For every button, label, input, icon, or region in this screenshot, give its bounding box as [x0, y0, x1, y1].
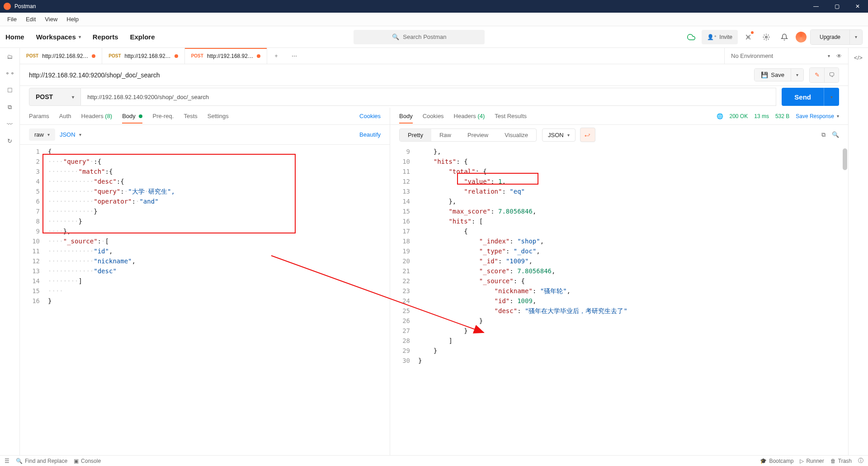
menu-edit[interactable]: Edit	[21, 14, 40, 24]
menu-file[interactable]: File	[3, 14, 21, 24]
tab-authorization[interactable]: Auth	[59, 109, 71, 123]
response-tab-headers[interactable]: Headers (4)	[454, 109, 485, 123]
upgrade-button[interactable]: Upgrade	[811, 30, 849, 44]
cookies-link[interactable]: Cookies	[359, 113, 381, 119]
sidebar-apis-icon[interactable]: ⚬⚬	[5, 70, 15, 77]
bootcamp-button[interactable]: 🎓 Bootcamp	[760, 458, 793, 464]
window-maximize-button[interactable]: ▢	[826, 0, 847, 13]
nav-workspaces[interactable]: Workspaces ▾	[36, 33, 81, 41]
sidebar-collections-icon[interactable]: 🗂	[7, 53, 13, 60]
edit-icon[interactable]: ✎	[810, 68, 824, 82]
find-replace-button[interactable]: 🔍 Find and Replace	[16, 458, 67, 464]
svg-point-0	[747, 36, 749, 38]
request-tab[interactable]: POST http://192.168.92…	[185, 48, 267, 64]
trash-label: Trash	[838, 458, 852, 464]
search-input[interactable]: 🔍 Search Postman	[354, 30, 485, 44]
app-title: Postman	[14, 3, 36, 10]
globe-icon[interactable]: 🌐	[717, 113, 723, 119]
request-tab[interactable]: POST http://192.168.92…	[102, 48, 184, 64]
chevron-down-icon: ▾	[79, 132, 81, 137]
tab-overflow-button[interactable]: ⋯	[285, 48, 303, 64]
tab-title: http://192.168.92…	[125, 53, 171, 59]
chevron-down-icon[interactable]: ▾	[828, 53, 830, 58]
line-gutter: 12345678910111213141516	[20, 145, 44, 455]
menu-view[interactable]: View	[40, 14, 62, 24]
menu-help[interactable]: Help	[62, 14, 83, 24]
response-tab-body[interactable]: Body	[399, 109, 413, 123]
line-gutter: 9101112131415161718192021222324252627282…	[390, 145, 415, 455]
beautify-button[interactable]: Beautify	[359, 131, 381, 138]
left-sidebar: 🗂 ⚬⚬ ☐ ⧉ 〰 ↻	[0, 48, 20, 455]
sidebar-toggle-icon[interactable]: ☰	[5, 458, 9, 464]
sidebar-monitors-icon[interactable]: 〰	[7, 121, 13, 128]
window-close-button[interactable]: ✕	[847, 0, 868, 13]
tab-params[interactable]: Params	[29, 109, 49, 123]
body-type-selector[interactable]: raw ▾	[29, 128, 55, 141]
invite-button[interactable]: 👤⁺ Invite	[702, 30, 738, 44]
request-tab[interactable]: POST http://192.168.92…	[20, 48, 102, 64]
body-lang-selector[interactable]: JSON ▾	[60, 131, 81, 138]
nav-reports[interactable]: Reports	[93, 33, 118, 41]
response-lang-selector[interactable]: JSON ▾	[542, 128, 576, 142]
chevron-down-icon: ▾	[79, 34, 81, 39]
graduation-cap-icon: 🎓	[760, 458, 767, 464]
method-value: POST	[36, 93, 53, 100]
response-view-preview[interactable]: Preview	[459, 129, 496, 141]
scrollbar-thumb[interactable]	[843, 148, 847, 170]
nav-workspaces-label: Workspaces	[36, 33, 76, 41]
method-label: POST	[191, 53, 203, 58]
wrap-toggle-icon[interactable]: ⮐	[580, 128, 595, 142]
user-avatar[interactable]	[795, 31, 807, 43]
console-button[interactable]: ▣ Console	[74, 458, 101, 464]
tab-headers[interactable]: Headers (8)	[81, 109, 113, 123]
nav-explore[interactable]: Explore	[130, 33, 155, 41]
trash-button[interactable]: 🗑 Trash	[830, 458, 852, 464]
response-status: 200 OK	[730, 113, 748, 119]
response-view-visualize[interactable]: Visualize	[496, 129, 536, 141]
tab-prerequest[interactable]: Pre-req.	[152, 109, 174, 123]
satellite-icon[interactable]	[741, 30, 756, 44]
save-response-button[interactable]: Save Response ▾	[796, 113, 839, 119]
url-input[interactable]: http://192.168.92.140:9200/shop/_doc/_se…	[81, 88, 776, 106]
status-bar: ☰ 🔍 Find and Replace ▣ Console 🎓 Bootcam…	[0, 455, 868, 466]
upgrade-dropdown[interactable]: ▾	[849, 30, 862, 44]
code-snippet-icon[interactable]: </>	[849, 48, 868, 67]
response-lang-label: JSON	[548, 132, 564, 138]
terminal-icon: ▣	[74, 458, 79, 464]
tab-body[interactable]: Body	[122, 109, 142, 123]
response-tab-tests[interactable]: Test Results	[495, 109, 527, 123]
save-dropdown[interactable]: ▾	[791, 69, 803, 81]
settings-gear-icon[interactable]	[759, 30, 774, 44]
tab-settings[interactable]: Settings	[208, 109, 229, 123]
upgrade-group: Upgrade ▾	[810, 29, 863, 45]
response-body-viewer[interactable]: 9101112131415161718192021222324252627282…	[390, 145, 848, 455]
request-title[interactable]: http://192.168.92.140:9200/shop/_doc/_se…	[29, 71, 749, 79]
response-view-pretty[interactable]: Pretty	[400, 129, 431, 141]
window-minimize-button[interactable]: —	[806, 0, 826, 13]
environment-quick-look-icon[interactable]: 👁	[836, 53, 842, 59]
environment-selector[interactable]: No Environment	[731, 52, 821, 59]
new-tab-button[interactable]: ＋	[267, 48, 285, 64]
search-response-icon[interactable]: 🔍	[832, 131, 839, 138]
nav-home[interactable]: Home	[5, 33, 24, 41]
chevron-down-icon: ▾	[837, 114, 839, 119]
tab-tests[interactable]: Tests	[184, 109, 197, 123]
save-button[interactable]: 💾 Save	[755, 69, 791, 81]
sync-icon[interactable]	[684, 30, 699, 44]
send-dropdown[interactable]: ▾	[824, 88, 839, 106]
send-button[interactable]: Send	[782, 88, 824, 106]
copy-icon[interactable]: ⧉	[821, 131, 826, 138]
response-view-raw[interactable]: Raw	[431, 129, 459, 141]
sidebar-mock-icon[interactable]: ⧉	[8, 104, 12, 111]
bell-icon[interactable]	[777, 30, 792, 44]
runner-button[interactable]: ▷ Runner	[800, 458, 824, 464]
comment-icon[interactable]: 🗨	[824, 68, 839, 82]
sidebar-history-icon[interactable]: ↻	[7, 138, 12, 144]
response-tab-cookies[interactable]: Cookies	[423, 109, 444, 123]
request-body-editor[interactable]: 12345678910111213141516 {····"query"·:{·…	[20, 145, 390, 455]
help-icon[interactable]: ⓘ	[858, 457, 863, 465]
sidebar-environments-icon[interactable]: ☐	[7, 87, 13, 94]
person-plus-icon: 👤⁺	[707, 34, 717, 40]
method-selector[interactable]: POST ▾	[29, 88, 81, 106]
body-options-row: raw ▾ JSON ▾ Beautify	[20, 125, 390, 145]
